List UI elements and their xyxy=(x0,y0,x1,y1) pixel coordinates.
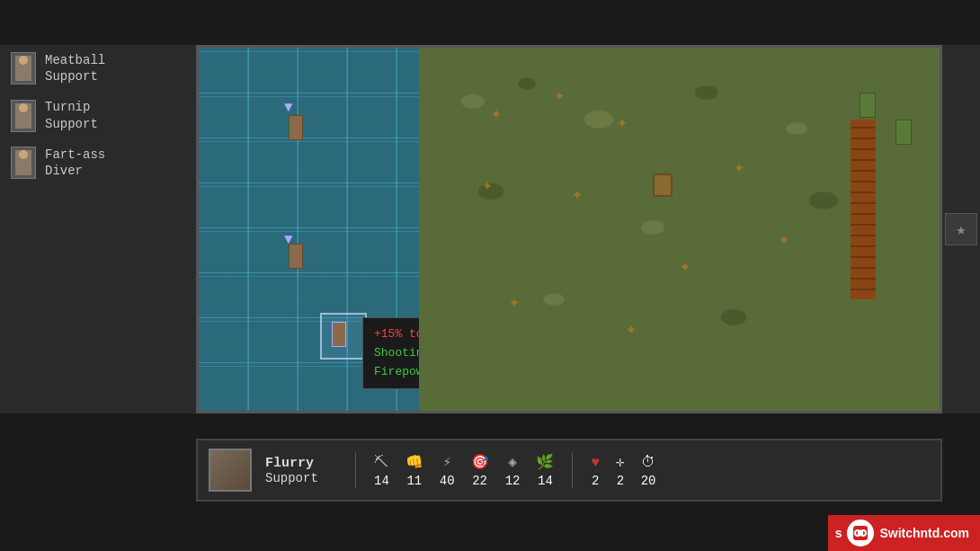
stat-icon-2: 👊 xyxy=(405,453,423,471)
nintendo-logo xyxy=(847,520,874,547)
vital-col-2: ✛ 2 xyxy=(616,453,625,488)
left-panel: Meatball Support Turnip Support Fart-ass… xyxy=(0,45,196,413)
stat-icon-5: ◈ xyxy=(508,453,517,471)
unit-subtitle-label: Support xyxy=(265,471,337,485)
unit-name-text: Meatball xyxy=(45,53,105,67)
claw-mark: ✦ xyxy=(482,173,493,196)
unit-name-label: Flurry xyxy=(265,456,337,471)
unit-name-turnip: Turnip Support xyxy=(45,99,98,131)
stat-value-5: 12 xyxy=(505,474,521,488)
claw-mark: ✦ xyxy=(509,290,520,313)
grid-line xyxy=(199,93,419,93)
grid-line xyxy=(199,227,419,228)
stat-divider-1 xyxy=(355,452,356,488)
grid-line xyxy=(298,48,298,411)
game-area[interactable]: +15% to be hit Shooting +9 Firepower +1 … xyxy=(196,45,942,413)
unit-entry-turnip[interactable]: Turnip Support xyxy=(0,92,196,138)
water-area: +15% to be hit Shooting +9 Firepower +1 xyxy=(199,48,419,411)
unit-name-fartass: Fart-ass Diver xyxy=(45,147,105,179)
stat-col-6: 🌿 14 xyxy=(536,453,554,488)
stat-value-2: 11 xyxy=(406,474,422,488)
status-unit-name: Flurry Support xyxy=(265,456,337,485)
health-icon: ♥ xyxy=(591,455,600,471)
timer-icon: ⏱ xyxy=(641,454,655,471)
stat-icon-1: ⛏ xyxy=(374,454,388,471)
claw-mark: ✦ xyxy=(554,84,565,106)
status-avatar xyxy=(209,449,252,492)
stat-col-2: 👊 11 xyxy=(405,453,423,488)
stat-value-3: 40 xyxy=(440,474,455,488)
grid-line xyxy=(248,48,249,411)
claw-mark: ✦ xyxy=(617,111,628,133)
star-badge[interactable]: ★ xyxy=(945,213,977,245)
claw-mark: ✦ xyxy=(779,227,789,250)
cross-icon: ✛ xyxy=(616,453,625,471)
claw-mark: ✦ xyxy=(680,254,690,277)
vital-stats-group: ♥ 2 ✛ 2 ⏱ 20 xyxy=(591,453,655,488)
brand-prefix: s xyxy=(835,526,842,540)
unit-name-meatball: Meatball Support xyxy=(45,52,105,84)
stat-col-4: 🎯 22 xyxy=(471,453,489,488)
vital-col-1: ♥ 2 xyxy=(591,455,600,488)
timer-value: 20 xyxy=(641,474,656,488)
unit-entry-meatball[interactable]: Meatball Support xyxy=(0,45,196,92)
unit-name-text: Turnip xyxy=(45,100,90,114)
claw-mark: ✦ xyxy=(572,182,583,205)
avatar-sprite-meatball xyxy=(15,56,31,81)
grid-line xyxy=(199,138,419,138)
svg-rect-5 xyxy=(858,531,863,535)
unit-subtitle-text: Diver xyxy=(45,164,83,178)
right-panel: ★ xyxy=(942,45,980,413)
selected-unit-sprite xyxy=(332,322,346,347)
stat-col-5: ◈ 12 xyxy=(505,453,521,488)
grid-line xyxy=(199,272,419,273)
unit-subtitle-text: Support xyxy=(45,117,98,131)
branding-bar: s Switchntd.com xyxy=(828,515,980,551)
avatar-sprite-fartass xyxy=(15,150,31,175)
stat-value-1: 14 xyxy=(374,474,389,488)
brand-text: Switchntd.com xyxy=(879,526,969,540)
claw-mark: ✦ xyxy=(491,102,502,124)
barrel-object xyxy=(653,173,673,197)
friendly-unit xyxy=(289,244,303,269)
stat-icon-4: 🎯 xyxy=(471,453,489,471)
stat-value-4: 22 xyxy=(472,474,487,488)
unit-entry-fartass[interactable]: Fart-ass Diver xyxy=(0,139,196,186)
claw-mark: ✦ xyxy=(626,317,637,340)
stat-icon-3: ⚡ xyxy=(442,453,451,471)
status-bar: Flurry Support ⛏ 14 👊 11 ⚡ 40 🎯 22 ◈ 12 … xyxy=(196,439,942,502)
stat-value-6: 14 xyxy=(538,474,553,488)
status-avatar-sprite xyxy=(210,450,250,490)
claw-mark: ✦ xyxy=(734,156,744,178)
unit-avatar-turnip xyxy=(11,100,36,132)
unit-name-text: Fart-ass xyxy=(45,147,105,162)
grid-line xyxy=(199,182,419,183)
unit-avatar-meatball xyxy=(11,52,36,84)
stat-divider-2 xyxy=(572,452,573,488)
ground-area: ✦ ✦ ✦ ✦ ✦ ✦ ✦ ✦ ✦ ✦ xyxy=(419,48,942,411)
top-bar xyxy=(0,0,980,45)
health-value: 2 xyxy=(592,474,599,488)
avatar-sprite-turnip xyxy=(15,103,31,129)
enemy-unit xyxy=(860,93,876,118)
cross-value: 2 xyxy=(617,474,624,488)
friendly-unit xyxy=(289,115,303,140)
stat-col-3: ⚡ 40 xyxy=(440,453,455,488)
combat-stats-group: ⛏ 14 👊 11 ⚡ 40 🎯 22 ◈ 12 🌿 14 xyxy=(374,453,554,488)
vital-col-3: ⏱ 20 xyxy=(641,454,656,488)
enemy-unit xyxy=(895,120,912,145)
stat-col-1: ⛏ 14 xyxy=(374,454,389,488)
unit-avatar-fartass xyxy=(11,147,36,179)
stat-icon-6: 🌿 xyxy=(536,453,554,471)
unit-subtitle-text: Support xyxy=(45,69,98,84)
